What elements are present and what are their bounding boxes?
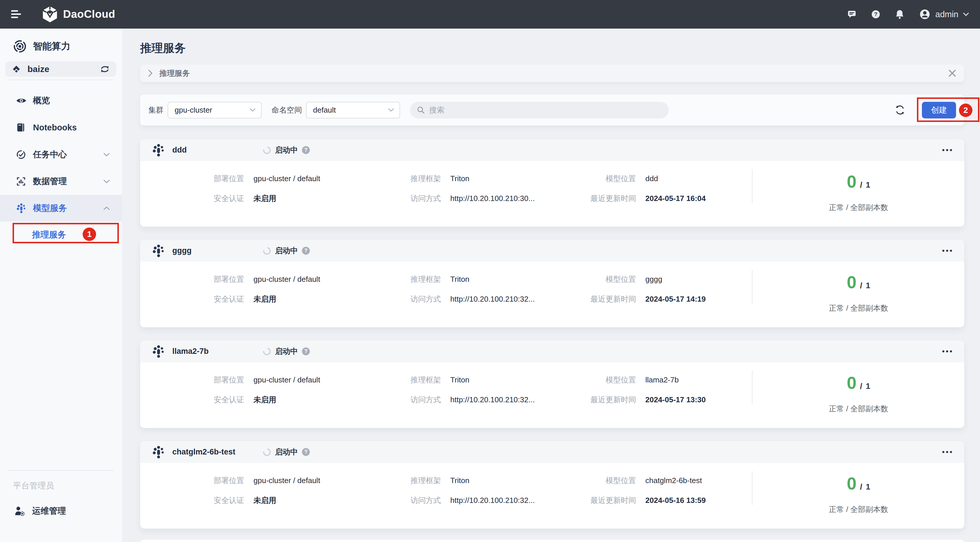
status-help-icon[interactable]: ?: [302, 347, 310, 355]
sidebar-item-overview[interactable]: 概览: [0, 87, 122, 114]
tab-bar: 推理服务: [140, 65, 964, 82]
brand: DaoCloud: [41, 5, 115, 23]
service-name[interactable]: llama2-7b: [172, 347, 209, 356]
sidebar-item-data-management[interactable]: 数据管理: [0, 168, 122, 195]
replica-divider: [752, 371, 752, 404]
search-icon: [417, 106, 425, 114]
total-replicas: 1: [866, 180, 870, 190]
main-content: 推理服务 推理服务 集群 gpu-cluster 命名空间 default: [122, 29, 980, 542]
access-label: 访问方式: [345, 193, 441, 204]
updated-value: 2024-05-17 13:30: [645, 395, 706, 405]
model-location-label: 模型位置: [543, 274, 636, 284]
replica-separator: /: [860, 281, 862, 290]
sidebar-divider: [8, 80, 114, 80]
more-actions-button[interactable]: [942, 146, 953, 154]
service-name[interactable]: ddd: [172, 146, 186, 155]
access-label: 访问方式: [345, 294, 441, 304]
book-icon: [16, 122, 26, 132]
eye-icon: [16, 97, 26, 105]
model-location-value: gggg: [645, 274, 662, 284]
service-card[interactable]: chatglm2-6b-test 启动中 ? 部署位置 gpu-cluster …: [140, 441, 964, 529]
sidebar-item-inference-services[interactable]: 推理服务: [0, 222, 122, 248]
sidebar-item-model-services[interactable]: 模型服务: [0, 195, 122, 222]
access-value: http://10.20.100.210:32...: [450, 395, 535, 405]
service-cluster-icon: [152, 244, 165, 258]
total-replicas: 1: [866, 382, 870, 391]
namespace-select[interactable]: default: [306, 102, 400, 119]
more-actions-button[interactable]: [942, 247, 953, 255]
chevron-down-icon: [250, 108, 256, 112]
namespace-label: 命名空间: [272, 105, 302, 115]
framework-value: Triton: [450, 475, 469, 486]
framework-label: 推理框架: [345, 173, 441, 184]
workspace-name: baize: [27, 64, 49, 74]
service-name[interactable]: chatglm2-6b-test: [172, 447, 235, 456]
workspace-switch-icon[interactable]: [100, 65, 110, 73]
refresh-icon[interactable]: [894, 104, 906, 116]
updated-label: 最近更新时间: [543, 193, 636, 204]
messages-icon[interactable]: [846, 10, 857, 19]
chevron-down-icon: [388, 108, 394, 112]
model-service-icon: [16, 203, 26, 214]
status-help-icon[interactable]: ?: [302, 146, 310, 154]
framework-value: Triton: [450, 274, 469, 284]
sidebar-item-notebooks[interactable]: Notebooks: [0, 114, 122, 141]
username: admin: [935, 10, 958, 19]
chevron-down-icon: [963, 12, 969, 17]
search-input[interactable]: [429, 106, 651, 115]
status-help-icon[interactable]: ?: [302, 448, 310, 456]
service-card[interactable]: ddd 启动中 ? 部署位置 gpu-cluster / default 安全认…: [140, 139, 964, 227]
auth-value: 未启用: [253, 193, 276, 204]
user-menu[interactable]: admin: [918, 8, 969, 21]
framework-label: 推理框架: [345, 274, 441, 284]
avatar-icon: [918, 8, 931, 21]
sidebar-item-ops-management[interactable]: 运维管理: [0, 498, 122, 525]
brand-name: DaoCloud: [63, 8, 115, 21]
auth-label: 安全认证: [152, 495, 244, 506]
service-card-header: llama2-7b 启动中 ?: [140, 341, 964, 362]
model-location-label: 模型位置: [543, 173, 636, 184]
auth-label: 安全认证: [152, 193, 244, 204]
framework-value: Triton: [450, 173, 469, 184]
tab-inference-services[interactable]: 推理服务: [159, 68, 190, 78]
deploy-location-label: 部署位置: [152, 475, 244, 486]
notifications-bell-icon[interactable]: [894, 9, 905, 20]
service-card[interactable]: llama2-7b 启动中 ? 部署位置 gpu-cluster / defau…: [140, 341, 964, 428]
deploy-location-value: gpu-cluster / default: [253, 374, 320, 385]
sidebar-item-task-center[interactable]: 任务中心: [0, 141, 122, 168]
service-status: 启动中 ?: [263, 447, 310, 457]
cluster-select[interactable]: gpu-cluster: [168, 102, 262, 119]
status-help-icon[interactable]: ?: [302, 247, 310, 255]
workspace-selector[interactable]: baize: [5, 61, 116, 77]
auth-value: 未启用: [253, 294, 276, 304]
task-check-icon: [16, 150, 26, 160]
deploy-location-label: 部署位置: [152, 173, 244, 184]
access-value: http://10.20.100.210:30...: [450, 193, 535, 204]
help-icon[interactable]: ?: [870, 9, 881, 19]
workspace-diamond-icon: [11, 64, 22, 74]
auth-value: 未启用: [253, 495, 276, 506]
more-actions-button[interactable]: [942, 347, 953, 355]
cluster-label: 集群: [148, 105, 164, 115]
ops-user-gear-icon: [14, 506, 26, 516]
chevron-down-icon: [103, 152, 110, 157]
status-text: 启动中: [275, 145, 298, 155]
close-icon[interactable]: [948, 70, 956, 77]
access-label: 访问方式: [345, 495, 441, 506]
platform-role-label: 平台管理员: [13, 480, 54, 491]
service-name[interactable]: gggg: [172, 246, 192, 255]
replica-caption: 正常 / 全部副本数: [765, 404, 952, 414]
auth-label: 安全认证: [152, 294, 244, 304]
service-status: 启动中 ?: [263, 145, 310, 155]
replica-separator: /: [860, 382, 862, 391]
chevron-right-icon[interactable]: [148, 69, 153, 77]
menu-toggle-icon[interactable]: [11, 10, 22, 19]
create-button[interactable]: 创建: [922, 102, 956, 119]
loading-spinner-icon: [262, 346, 272, 357]
search-box: [410, 102, 669, 119]
page-title: 推理服务: [140, 40, 186, 56]
service-card[interactable]: gggg 启动中 ? 部署位置 gpu-cluster / default 安全…: [140, 240, 964, 327]
data-chart-icon: [16, 176, 26, 186]
more-actions-button[interactable]: [942, 448, 953, 456]
model-location-value: ddd: [645, 173, 658, 184]
